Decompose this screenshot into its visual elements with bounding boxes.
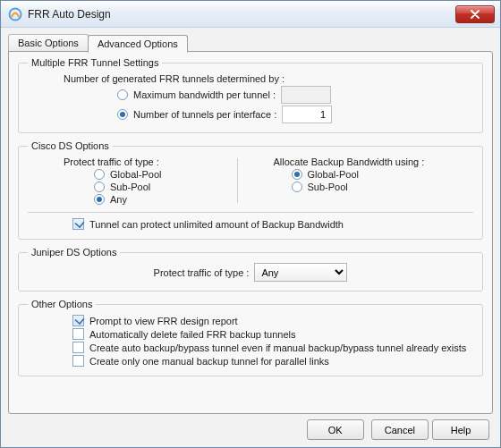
group-other-options: Other Options Prompt to view FRR design … bbox=[18, 299, 483, 376]
label-unlimited-backup-bw[interactable]: Tunnel can protect unlimited amount of B… bbox=[89, 219, 344, 230]
label-allocate-global-pool[interactable]: Global-Pool bbox=[308, 169, 359, 180]
checkbox-prompt-report[interactable] bbox=[72, 315, 84, 326]
checkbox-auto-delete-failed[interactable] bbox=[72, 328, 84, 340]
input-maximum-bandwidth[interactable] bbox=[281, 86, 331, 104]
titlebar: FRR Auto Design bbox=[1, 1, 500, 28]
group-cisco-ds-legend: Cisco DS Options bbox=[28, 140, 113, 151]
cancel-button[interactable]: Cancel bbox=[371, 419, 429, 440]
label-protect-any[interactable]: Any bbox=[110, 194, 127, 205]
label-maximum-bandwidth[interactable]: Maximum bandwidth per tunnel : bbox=[133, 89, 276, 100]
label-juniper-protect: Protect traffic of type : bbox=[154, 267, 250, 278]
button-bar: OK Cancel Help bbox=[8, 414, 493, 440]
ok-button[interactable]: OK bbox=[307, 419, 364, 440]
checkbox-unlimited-backup-bw[interactable] bbox=[72, 218, 84, 230]
client-area: Basic Options Advanced Options Multiple … bbox=[1, 28, 500, 447]
radio-allocate-sub-pool[interactable] bbox=[292, 182, 302, 192]
label-allocate-backup: Allocate Backup Bandwidth using : bbox=[274, 156, 474, 167]
tab-advanced-options[interactable]: Advanced Options bbox=[88, 35, 188, 53]
group-other-options-legend: Other Options bbox=[28, 299, 96, 309]
divider-horizontal bbox=[28, 212, 473, 213]
radio-protect-any[interactable] bbox=[94, 194, 105, 205]
label-prompt-report[interactable]: Prompt to view FRR design report bbox=[89, 316, 238, 326]
close-icon bbox=[471, 10, 480, 19]
select-juniper-protect-type[interactable]: Any bbox=[254, 263, 347, 282]
tab-strip: Basic Options Advanced Options bbox=[8, 31, 493, 51]
label-allocate-sub-pool[interactable]: Sub-Pool bbox=[308, 182, 348, 192]
checkbox-create-auto-backup[interactable] bbox=[72, 342, 84, 353]
checkbox-create-one-manual[interactable] bbox=[72, 355, 84, 367]
label-auto-delete-failed[interactable]: Automatically delete failed FRR backup t… bbox=[89, 329, 296, 340]
radio-protect-sub-pool[interactable] bbox=[94, 182, 105, 192]
radio-allocate-global-pool[interactable] bbox=[292, 169, 302, 180]
group-cisco-ds: Cisco DS Options Protect traffic of type… bbox=[18, 140, 483, 240]
multi-frr-intro: Number of generated FRR tunnels determin… bbox=[28, 73, 473, 84]
group-multi-frr: Multiple FRR Tunnel Settings Number of g… bbox=[18, 57, 483, 133]
tab-panel-advanced: Multiple FRR Tunnel Settings Number of g… bbox=[8, 51, 493, 414]
group-multi-frr-legend: Multiple FRR Tunnel Settings bbox=[28, 57, 162, 68]
label-number-of-tunnels[interactable]: Number of tunnels per interface : bbox=[133, 109, 276, 120]
radio-maximum-bandwidth[interactable] bbox=[117, 89, 128, 100]
close-button[interactable] bbox=[455, 5, 495, 23]
label-protect-global-pool[interactable]: Global-Pool bbox=[110, 169, 161, 180]
help-button[interactable]: Help bbox=[432, 419, 489, 440]
window-title: FRR Auto Design bbox=[28, 8, 455, 21]
label-create-one-manual[interactable]: Create only one manual backup tunnel for… bbox=[89, 356, 329, 367]
input-number-of-tunnels[interactable] bbox=[282, 106, 332, 123]
label-protect-traffic: Protect traffic of type : bbox=[28, 156, 228, 167]
radio-protect-global-pool[interactable] bbox=[94, 169, 105, 180]
radio-number-of-tunnels[interactable] bbox=[117, 109, 128, 120]
svg-point-0 bbox=[10, 8, 21, 20]
dialog-window: FRR Auto Design Basic Options Advanced O… bbox=[0, 0, 501, 448]
label-create-auto-backup[interactable]: Create auto backup/bypass tunnel even if… bbox=[89, 342, 466, 353]
app-icon bbox=[8, 7, 22, 21]
group-juniper-ds-legend: Juniper DS Options bbox=[28, 247, 120, 258]
label-protect-sub-pool[interactable]: Sub-Pool bbox=[110, 182, 150, 192]
tab-basic-options[interactable]: Basic Options bbox=[8, 34, 89, 51]
divider-vertical bbox=[237, 158, 238, 203]
group-juniper-ds: Juniper DS Options Protect traffic of ty… bbox=[18, 247, 483, 292]
